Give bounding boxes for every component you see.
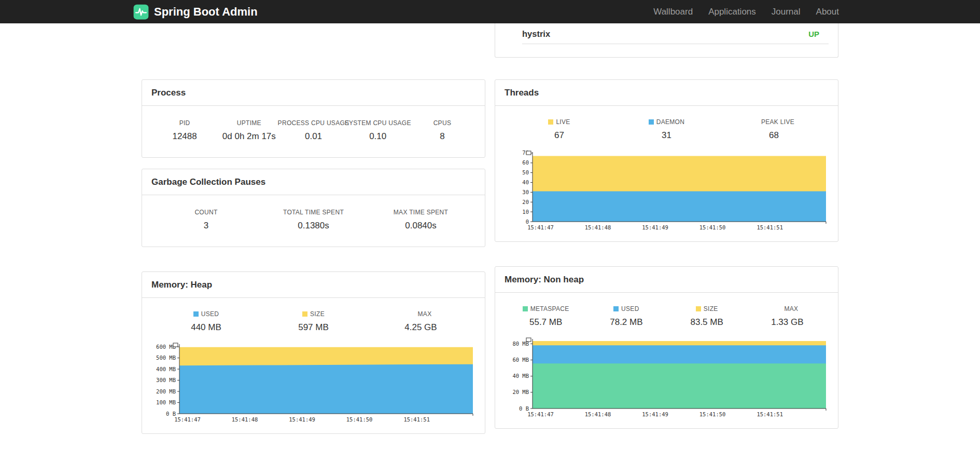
metric-uptime: UPTIME 0d 0h 2m 17s: [217, 119, 281, 142]
svg-text:200 MB: 200 MB: [156, 388, 176, 394]
metric-heap-max: MAX 4.25 GB: [367, 310, 474, 333]
metric-heap-size: SIZE 597 MB: [260, 310, 367, 333]
memory-heap-chart: 0 B100 MB200 MB300 MB400 MB500 MB600 MB1…: [150, 340, 477, 425]
memory-nonheap-legend: METASPACE 55.7 MB USED 78.2 MB SIZE: [495, 293, 838, 331]
gc-metrics: COUNT 3 TOTAL TIME SPENT 0.1380s MAX TIM…: [142, 195, 485, 247]
svg-text:40: 40: [522, 179, 529, 185]
svg-text:15:41:50: 15:41:50: [699, 224, 725, 230]
gc-panel-title: Garbage Collection Pauses: [142, 169, 485, 195]
application-name[interactable]: hystrix: [522, 29, 550, 39]
application-row-divider: [522, 44, 829, 44]
svg-text:50: 50: [522, 169, 529, 175]
svg-text:15:41:48: 15:41:48: [584, 411, 611, 417]
metric-threads-live: LIVE 67: [506, 118, 613, 141]
process-panel: Process PID 12488 UPTIME 0d 0h 2m 17s PR…: [142, 79, 485, 158]
memory-nonheap-panel-title: Memory: Non heap: [495, 267, 838, 293]
nonheap-size-legend-swatch: [696, 306, 701, 311]
svg-text:60 MB: 60 MB: [512, 357, 529, 363]
metric-gc-count: COUNT 3: [152, 209, 260, 231]
svg-text:100 MB: 100 MB: [156, 399, 176, 405]
nav-item-about[interactable]: About: [808, 0, 847, 23]
nav-item-wallboard[interactable]: Wallboard: [646, 0, 701, 23]
metric-nonheap-used: USED 78.2 MB: [586, 305, 666, 328]
svg-text:60: 60: [522, 159, 529, 166]
navbar-inner: Spring Boot Admin Wallboard Applications…: [133, 0, 847, 23]
metric-threads-peak-live: PEAK LIVE 68: [720, 118, 828, 141]
svg-text:15:41:50: 15:41:50: [346, 416, 372, 423]
threads-panel: Threads LIVE 67 DAEMON 31: [495, 79, 838, 242]
main-content: Process PID 12488 UPTIME 0d 0h 2m 17s PR…: [142, 23, 838, 434]
svg-text:15:41:47: 15:41:47: [174, 416, 201, 423]
right-column: hystrix UP Threads LIVE 67 DA: [495, 23, 838, 429]
memory-heap-panel-title: Memory: Heap: [142, 272, 485, 298]
metric-nonheap-metaspace: METASPACE 55.7 MB: [506, 305, 586, 328]
svg-text:15:41:48: 15:41:48: [231, 416, 258, 423]
memory-heap-panel: Memory: Heap USED 440 MB SIZE 597 MB: [142, 271, 485, 434]
threads-live-legend-swatch: [548, 119, 553, 125]
metric-cpus: CPUS 8: [410, 119, 474, 142]
svg-text:15:41:49: 15:41:49: [642, 224, 668, 230]
memory-nonheap-panel: Memory: Non heap METASPACE 55.7 MB USED …: [495, 266, 838, 429]
svg-text:40 MB: 40 MB: [512, 373, 529, 379]
svg-text:400 MB: 400 MB: [156, 366, 176, 372]
svg-text:0 B: 0 B: [519, 405, 529, 412]
brand[interactable]: Spring Boot Admin: [133, 4, 258, 20]
metric-nonheap-size: SIZE 83.5 MB: [667, 305, 747, 328]
nav-item-applications[interactable]: Applications: [701, 0, 764, 23]
heap-used-legend-swatch: [193, 311, 199, 317]
svg-text:15:41:49: 15:41:49: [642, 411, 668, 417]
memory-nonheap-chart: 0 B20 MB40 MB60 MB80 MB15:41:4715:41:481…: [503, 335, 830, 420]
left-column-spacer: [142, 23, 485, 79]
metric-nonheap-max: MAX 1.33 GB: [747, 305, 828, 328]
svg-text:0: 0: [525, 219, 528, 225]
svg-text:15:41:47: 15:41:47: [527, 411, 554, 417]
metric-gc-total-time: TOTAL TIME SPENT 0.1380s: [260, 209, 367, 231]
heap-size-legend-swatch: [302, 311, 307, 317]
svg-text:15:41:48: 15:41:48: [584, 224, 611, 230]
threads-daemon-legend-swatch: [649, 119, 654, 125]
svg-text:20: 20: [522, 199, 529, 205]
left-column: Process PID 12488 UPTIME 0d 0h 2m 17s PR…: [142, 23, 485, 434]
svg-text:10: 10: [522, 209, 529, 215]
navbar: Spring Boot Admin Wallboard Applications…: [0, 0, 980, 23]
svg-text:15:41:47: 15:41:47: [527, 224, 554, 230]
svg-text:15:41:51: 15:41:51: [757, 411, 783, 417]
svg-text:20 MB: 20 MB: [512, 389, 529, 395]
nonheap-metaspace-legend-swatch: [523, 306, 528, 311]
svg-text:15:41:51: 15:41:51: [403, 416, 430, 423]
application-row[interactable]: hystrix UP: [495, 23, 838, 44]
process-metrics: PID 12488 UPTIME 0d 0h 2m 17s PROCESS CP…: [142, 106, 485, 157]
threads-chart: 01020304050607015:41:4715:41:4815:41:491…: [503, 148, 830, 233]
threads-legend: LIVE 67 DAEMON 31 PEAK LIVE 6: [495, 106, 838, 144]
metric-process-cpu-usage: PROCESS CPU USAGE 0.01: [281, 119, 345, 142]
spring-boot-admin-logo-icon: [133, 4, 149, 20]
metric-pid: PID 12488: [152, 119, 217, 142]
gc-panel: Garbage Collection Pauses COUNT 3 TOTAL …: [142, 169, 485, 247]
svg-text:30: 30: [522, 189, 529, 195]
application-status-panel: hystrix UP: [495, 23, 838, 58]
svg-text:15:41:49: 15:41:49: [289, 416, 315, 423]
brand-title: Spring Boot Admin: [154, 5, 258, 19]
svg-text:600 MB: 600 MB: [156, 344, 176, 350]
metric-threads-daemon: DAEMON 31: [613, 118, 720, 141]
threads-panel-title: Threads: [495, 80, 838, 106]
metric-system-cpu-usage: SYSTEM CPU USAGE 0.10: [346, 119, 410, 142]
application-status-badge: UP: [808, 30, 819, 38]
memory-heap-legend: USED 440 MB SIZE 597 MB MAX 4: [142, 298, 485, 336]
metric-gc-max-time: MAX TIME SPENT 0.0840s: [367, 209, 474, 231]
svg-text:15:41:50: 15:41:50: [699, 411, 725, 417]
nav-item-journal[interactable]: Journal: [764, 0, 808, 23]
process-panel-title: Process: [142, 80, 485, 106]
svg-text:300 MB: 300 MB: [156, 377, 176, 383]
metric-heap-used: USED 440 MB: [152, 310, 260, 333]
svg-text:0 B: 0 B: [166, 411, 176, 417]
svg-text:500 MB: 500 MB: [156, 355, 176, 361]
nonheap-used-legend-swatch: [613, 306, 619, 311]
svg-text:15:41:51: 15:41:51: [757, 224, 783, 230]
nav-links: Wallboard Applications Journal About: [646, 0, 847, 23]
